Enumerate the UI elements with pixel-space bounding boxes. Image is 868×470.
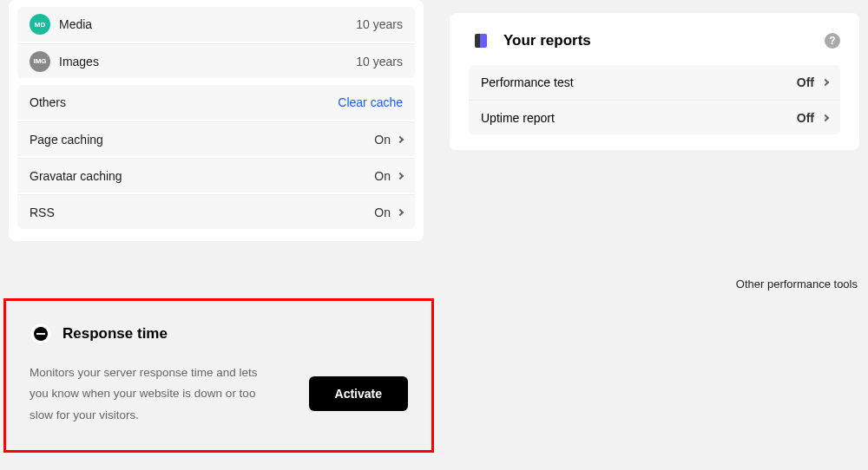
chevron-right-icon xyxy=(822,114,829,121)
highlight-annotation xyxy=(3,298,434,453)
row-value: On xyxy=(374,169,391,183)
row-label: Gravatar caching xyxy=(30,169,122,183)
row-label: Images xyxy=(59,55,99,69)
chevron-right-icon xyxy=(822,79,829,86)
clear-cache-link[interactable]: Clear cache xyxy=(338,95,403,109)
row-value: On xyxy=(374,133,391,147)
chevron-right-icon xyxy=(397,172,404,179)
reports-title: Your reports xyxy=(503,32,591,49)
cache-row-rss[interactable]: RSS On xyxy=(17,194,415,229)
row-label: RSS xyxy=(30,206,55,219)
row-value: On xyxy=(374,206,391,219)
chevron-right-icon xyxy=(397,135,404,142)
other-performance-tools-label: Other performance tools xyxy=(736,277,858,290)
reports-card: Your reports ? Performance test Off Upti… xyxy=(450,13,859,150)
report-row-performance-test[interactable]: Performance test Off xyxy=(469,65,840,100)
row-value: 10 years xyxy=(356,17,403,31)
report-value: Off xyxy=(797,111,814,125)
images-icon: IMG xyxy=(30,51,50,72)
others-header-row: Others Clear cache xyxy=(17,85,415,120)
others-label: Others xyxy=(30,95,66,109)
chevron-right-icon xyxy=(397,208,404,215)
cache-row-gravatar-caching[interactable]: Gravatar caching On xyxy=(17,158,415,193)
cache-row-images[interactable]: IMG Images 10 years xyxy=(17,43,415,78)
report-label: Uptime report xyxy=(481,111,555,125)
row-value: 10 years xyxy=(356,55,403,69)
row-label: Page caching xyxy=(30,133,103,147)
media-icon: MD xyxy=(30,14,50,35)
report-label: Performance test xyxy=(481,75,574,89)
reports-icon xyxy=(469,29,493,53)
help-icon[interactable]: ? xyxy=(825,33,840,49)
report-row-uptime[interactable]: Uptime report Off xyxy=(469,100,840,134)
cache-row-page-caching[interactable]: Page caching On xyxy=(17,121,415,156)
report-value: Off xyxy=(797,75,814,89)
cache-row-media[interactable]: MD Media 10 years xyxy=(17,7,415,42)
row-label: Media xyxy=(59,17,92,31)
